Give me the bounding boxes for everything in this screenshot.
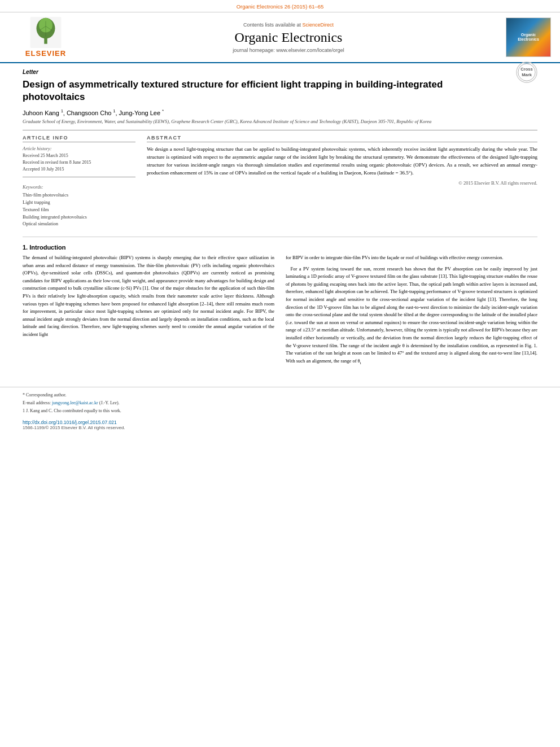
article-type-label: Letter xyxy=(23,69,537,75)
email-suffix-text: (J.-Y. Lee). xyxy=(99,400,120,405)
authors-line: Juhoon Kang 1, Changsoon Cho 1, Jung-Yon… xyxy=(23,109,537,116)
elsevier-logo-section: ELSEVIER xyxy=(9,17,82,58)
body-paragraph-left: The demand of building-integrated photov… xyxy=(23,254,274,339)
divider-1 xyxy=(23,130,537,130)
section1-heading: 1. Introduction xyxy=(23,244,537,251)
article-info-column: ARTICLE INFO Article history: Received 2… xyxy=(23,135,135,228)
body-col-left: The demand of building-integrated photov… xyxy=(23,254,274,370)
doi-link[interactable]: http://dx.doi.org/10.1016/j.orgel.2015.0… xyxy=(23,420,117,425)
email-label-text: E-mail address: xyxy=(23,400,51,405)
title-section: Design of asymmetrically textured struct… xyxy=(23,78,537,109)
svg-text:Mark: Mark xyxy=(522,72,532,77)
body-col-right: for BIPV in order to integrate thin-film… xyxy=(286,254,537,370)
journal-title: Organic Electronics xyxy=(82,30,495,45)
sciencedirect-link[interactable]: ScienceDirect xyxy=(303,22,334,28)
affiliation-text: Graduate School of Energy, Environment, … xyxy=(23,119,537,125)
abstract-label: ABSTRACT xyxy=(147,135,537,142)
corresponding-author-note: * Corresponding author. xyxy=(23,392,537,399)
journal-header: ELSEVIER Contents lists available at Sci… xyxy=(0,12,560,63)
email-note: E-mail address: jungyong.lee@kaist.ac.kr… xyxy=(23,400,537,407)
body-paragraph-right-2: For a PV system facing toward the sun, r… xyxy=(286,265,537,366)
article-info-abstract: ARTICLE INFO Article history: Received 2… xyxy=(23,135,537,228)
body-text-right: for BIPV in order to integrate thin-film… xyxy=(286,254,537,366)
body-two-col: The demand of building-integrated photov… xyxy=(23,254,537,370)
svg-text:Cross: Cross xyxy=(520,67,533,72)
article-info-label: ARTICLE INFO xyxy=(23,135,135,142)
abstract-text: We design a novel light-trapping structu… xyxy=(147,146,537,177)
body-section: 1. Introduction The demand of building-i… xyxy=(23,237,537,370)
journal-cover-section: OrganicElectronics xyxy=(495,18,551,57)
journal-reference-bar: Organic Electronics 26 (2015) 61–65 xyxy=(0,0,560,12)
keyword-1: Thin-film photovoltaics xyxy=(23,191,135,199)
elsevier-brand-text: ELSEVIER xyxy=(25,49,66,58)
body-text-left: The demand of building-integrated photov… xyxy=(23,254,274,339)
journal-header-center: Contents lists available at ScienceDirec… xyxy=(82,22,495,53)
keywords-label: Keywords: xyxy=(23,184,135,190)
issn-line: 1566-1199/© 2015 Elsevier B.V. All right… xyxy=(23,425,537,430)
article-content: Letter Design of asymmetrically textured… xyxy=(0,63,560,375)
author-juhoon: Juhoon Kang 1, Changsoon Cho 1, Jung-Yon… xyxy=(23,110,164,116)
journal-cover-inner: OrganicElectronics xyxy=(506,18,550,56)
keyword-4: Building integrated photovoltaics xyxy=(23,213,135,221)
abstract-copyright: © 2015 Elsevier B.V. All rights reserved… xyxy=(147,180,537,186)
elsevier-tree-icon xyxy=(29,17,63,48)
crossmark-icon: Cross Mark xyxy=(516,62,537,83)
keyword-3: Textured film xyxy=(23,206,135,213)
body-paragraph-right-1: for BIPV in order to integrate thin-film… xyxy=(286,254,537,262)
journal-cover-image: OrganicElectronics xyxy=(506,18,551,57)
journal-homepage: journal homepage: www.elsevier.com/locat… xyxy=(82,47,495,53)
keyword-5: Optical simulation xyxy=(23,220,135,228)
journal-cover-title: OrganicElectronics xyxy=(518,33,539,42)
abstract-column: ABSTRACT We design a novel light-trappin… xyxy=(147,135,537,228)
footer-section: * Corresponding author. E-mail address: … xyxy=(0,387,560,435)
email-link[interactable]: jungyong.lee@kaist.ac.kr xyxy=(52,400,98,405)
footnote-1: 1 J. Kang and C. Cho contributed equally… xyxy=(23,408,537,414)
page-wrapper: Organic Electronics 26 (2015) 61–65 ELSE… xyxy=(0,0,560,435)
divider-2 xyxy=(23,177,135,177)
crossmark-section: Cross Mark xyxy=(516,62,537,84)
elsevier-logo: ELSEVIER xyxy=(25,17,66,58)
article-title: Design of asymmetrically textured struct… xyxy=(23,78,505,103)
article-history-label: Article history: xyxy=(23,146,135,151)
received-date: Received 25 March 2015 xyxy=(23,152,135,159)
accepted-date: Accepted 10 July 2015 xyxy=(23,166,135,172)
sciencedirect-line: Contents lists available at ScienceDirec… xyxy=(82,22,495,28)
keywords-section: Keywords: Thin-film photovoltaics Light … xyxy=(23,184,135,228)
journal-reference-link[interactable]: Organic Electronics 26 (2015) 61–65 xyxy=(237,3,324,10)
keyword-2: Light trapping xyxy=(23,199,135,206)
revised-date: Received in revised form 8 June 2015 xyxy=(23,159,135,165)
doi-section: http://dx.doi.org/10.1016/j.orgel.2015.0… xyxy=(23,419,537,425)
